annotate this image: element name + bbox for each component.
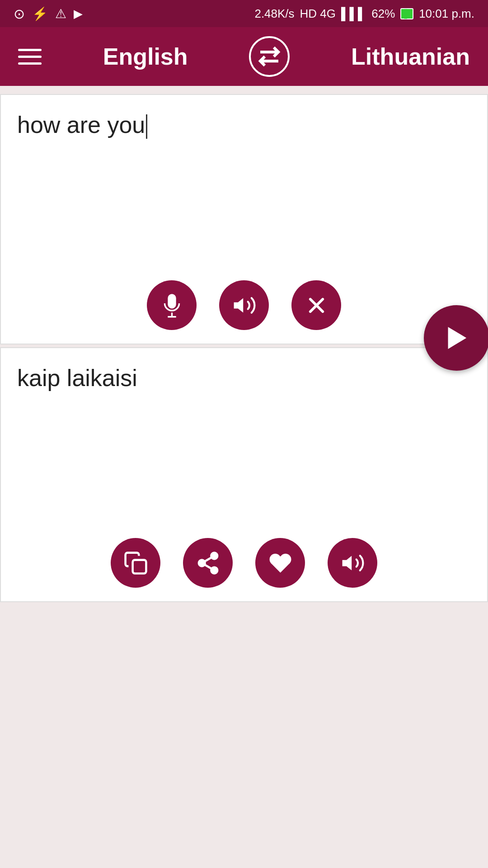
heart-icon <box>268 551 293 576</box>
signal-icon: ▌▌▌ <box>341 7 366 21</box>
favorite-button[interactable] <box>255 538 305 588</box>
whatsapp-icon: ⊙ <box>14 6 25 22</box>
svg-rect-4 <box>132 560 146 573</box>
network-speed: 2.48K/s <box>254 7 294 21</box>
battery-icon: ▌ <box>400 8 413 19</box>
clear-icon <box>304 293 329 318</box>
translate-button[interactable] <box>424 305 488 371</box>
copy-icon <box>123 551 148 576</box>
swap-languages-button[interactable] <box>249 36 290 77</box>
speak-input-button[interactable] <box>219 280 269 330</box>
microphone-icon <box>160 293 184 318</box>
svg-marker-10 <box>342 556 352 570</box>
svg-marker-3 <box>448 327 467 349</box>
microphone-button[interactable] <box>147 280 197 330</box>
svg-line-9 <box>204 557 211 561</box>
svg-point-7 <box>211 567 217 573</box>
main-content: how are you <box>0 94 488 602</box>
translated-text: kaip laikaisi <box>1 348 487 529</box>
menu-button[interactable] <box>18 49 42 65</box>
copy-button[interactable] <box>111 538 160 588</box>
svg-line-8 <box>204 564 211 568</box>
status-bar-right: 2.48K/s HD 4G ▌▌▌ 62% ▌ 10:01 p.m. <box>254 7 474 21</box>
source-language-button[interactable]: English <box>103 43 188 70</box>
input-action-buttons <box>1 271 487 344</box>
output-section: kaip laikaisi <box>0 347 488 602</box>
toolbar: English Lithuanian <box>0 27 488 86</box>
network-type: HD 4G <box>300 7 336 21</box>
usb-icon: ⚡ <box>32 6 48 21</box>
battery-percent: 62% <box>371 7 395 21</box>
time: 10:01 p.m. <box>419 7 474 21</box>
send-icon <box>442 323 471 353</box>
swap-icon <box>256 43 283 70</box>
output-action-buttons <box>1 529 487 601</box>
status-bar: ⊙ ⚡ ⚠ ▶ 2.48K/s HD 4G ▌▌▌ 62% ▌ 10:01 p.… <box>0 0 488 27</box>
share-icon <box>196 551 221 576</box>
input-section: how are you <box>0 94 488 344</box>
speaker-icon <box>232 293 257 318</box>
alert-icon: ⚠ <box>55 6 66 21</box>
speaker-output-icon <box>340 551 365 576</box>
status-bar-left: ⊙ ⚡ ⚠ ▶ <box>14 6 83 22</box>
svg-marker-0 <box>234 298 243 312</box>
clear-button[interactable] <box>291 280 341 330</box>
play-icon: ▶ <box>74 7 83 21</box>
svg-point-6 <box>198 560 205 566</box>
speak-output-button[interactable] <box>328 538 377 588</box>
target-language-button[interactable]: Lithuanian <box>351 43 470 70</box>
share-button[interactable] <box>183 538 233 588</box>
svg-point-5 <box>211 552 217 559</box>
